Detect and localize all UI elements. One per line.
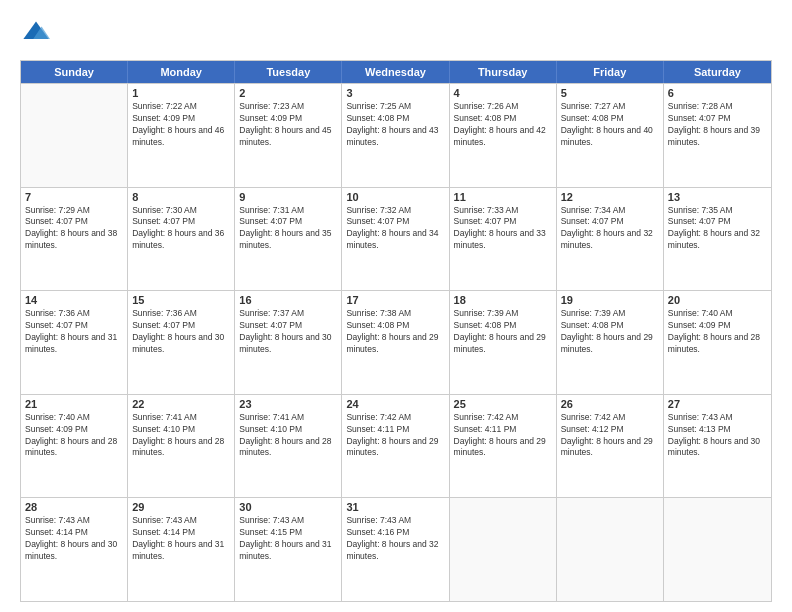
calendar-row-1: 1Sunrise: 7:22 AMSunset: 4:09 PMDaylight… [21,83,771,187]
calendar-cell: 18Sunrise: 7:39 AMSunset: 4:08 PMDayligh… [450,291,557,394]
cell-info: Sunrise: 7:22 AMSunset: 4:09 PMDaylight:… [132,101,230,149]
day-number: 26 [561,398,659,410]
logo [20,18,52,50]
day-number: 23 [239,398,337,410]
cell-info: Sunrise: 7:29 AMSunset: 4:07 PMDaylight:… [25,205,123,253]
col-monday: Monday [128,61,235,83]
day-number: 21 [25,398,123,410]
col-friday: Friday [557,61,664,83]
calendar-cell: 8Sunrise: 7:30 AMSunset: 4:07 PMDaylight… [128,188,235,291]
cell-info: Sunrise: 7:40 AMSunset: 4:09 PMDaylight:… [25,412,123,460]
day-number: 7 [25,191,123,203]
day-number: 15 [132,294,230,306]
cell-info: Sunrise: 7:36 AMSunset: 4:07 PMDaylight:… [25,308,123,356]
day-number: 10 [346,191,444,203]
calendar-cell [664,498,771,601]
calendar-cell: 6Sunrise: 7:28 AMSunset: 4:07 PMDaylight… [664,84,771,187]
calendar-row-2: 7Sunrise: 7:29 AMSunset: 4:07 PMDaylight… [21,187,771,291]
calendar-cell: 25Sunrise: 7:42 AMSunset: 4:11 PMDayligh… [450,395,557,498]
calendar-row-3: 14Sunrise: 7:36 AMSunset: 4:07 PMDayligh… [21,290,771,394]
calendar-cell: 15Sunrise: 7:36 AMSunset: 4:07 PMDayligh… [128,291,235,394]
calendar-cell: 12Sunrise: 7:34 AMSunset: 4:07 PMDayligh… [557,188,664,291]
cell-info: Sunrise: 7:43 AMSunset: 4:16 PMDaylight:… [346,515,444,563]
calendar-row-4: 21Sunrise: 7:40 AMSunset: 4:09 PMDayligh… [21,394,771,498]
day-number: 11 [454,191,552,203]
calendar-body: 1Sunrise: 7:22 AMSunset: 4:09 PMDaylight… [21,83,771,601]
cell-info: Sunrise: 7:41 AMSunset: 4:10 PMDaylight:… [239,412,337,460]
calendar-cell: 3Sunrise: 7:25 AMSunset: 4:08 PMDaylight… [342,84,449,187]
calendar-cell: 29Sunrise: 7:43 AMSunset: 4:14 PMDayligh… [128,498,235,601]
day-number: 30 [239,501,337,513]
col-saturday: Saturday [664,61,771,83]
page: Sunday Monday Tuesday Wednesday Thursday… [0,0,792,612]
day-number: 14 [25,294,123,306]
cell-info: Sunrise: 7:23 AMSunset: 4:09 PMDaylight:… [239,101,337,149]
day-number: 31 [346,501,444,513]
calendar-cell: 9Sunrise: 7:31 AMSunset: 4:07 PMDaylight… [235,188,342,291]
cell-info: Sunrise: 7:41 AMSunset: 4:10 PMDaylight:… [132,412,230,460]
day-number: 20 [668,294,767,306]
cell-info: Sunrise: 7:34 AMSunset: 4:07 PMDaylight:… [561,205,659,253]
calendar-cell: 10Sunrise: 7:32 AMSunset: 4:07 PMDayligh… [342,188,449,291]
day-number: 22 [132,398,230,410]
calendar-cell: 11Sunrise: 7:33 AMSunset: 4:07 PMDayligh… [450,188,557,291]
calendar-cell: 13Sunrise: 7:35 AMSunset: 4:07 PMDayligh… [664,188,771,291]
calendar-cell: 31Sunrise: 7:43 AMSunset: 4:16 PMDayligh… [342,498,449,601]
calendar-cell [450,498,557,601]
cell-info: Sunrise: 7:26 AMSunset: 4:08 PMDaylight:… [454,101,552,149]
day-number: 28 [25,501,123,513]
calendar-cell: 22Sunrise: 7:41 AMSunset: 4:10 PMDayligh… [128,395,235,498]
day-number: 25 [454,398,552,410]
day-number: 4 [454,87,552,99]
cell-info: Sunrise: 7:33 AMSunset: 4:07 PMDaylight:… [454,205,552,253]
calendar-cell: 23Sunrise: 7:41 AMSunset: 4:10 PMDayligh… [235,395,342,498]
calendar-cell: 19Sunrise: 7:39 AMSunset: 4:08 PMDayligh… [557,291,664,394]
header [20,18,772,50]
calendar-cell: 7Sunrise: 7:29 AMSunset: 4:07 PMDaylight… [21,188,128,291]
col-wednesday: Wednesday [342,61,449,83]
calendar: Sunday Monday Tuesday Wednesday Thursday… [20,60,772,602]
day-number: 8 [132,191,230,203]
cell-info: Sunrise: 7:27 AMSunset: 4:08 PMDaylight:… [561,101,659,149]
calendar-cell: 1Sunrise: 7:22 AMSunset: 4:09 PMDaylight… [128,84,235,187]
calendar-cell: 21Sunrise: 7:40 AMSunset: 4:09 PMDayligh… [21,395,128,498]
cell-info: Sunrise: 7:37 AMSunset: 4:07 PMDaylight:… [239,308,337,356]
cell-info: Sunrise: 7:42 AMSunset: 4:12 PMDaylight:… [561,412,659,460]
cell-info: Sunrise: 7:43 AMSunset: 4:14 PMDaylight:… [132,515,230,563]
calendar-cell: 26Sunrise: 7:42 AMSunset: 4:12 PMDayligh… [557,395,664,498]
day-number: 19 [561,294,659,306]
cell-info: Sunrise: 7:43 AMSunset: 4:14 PMDaylight:… [25,515,123,563]
day-number: 29 [132,501,230,513]
calendar-cell: 5Sunrise: 7:27 AMSunset: 4:08 PMDaylight… [557,84,664,187]
day-number: 18 [454,294,552,306]
calendar-cell [557,498,664,601]
calendar-cell: 2Sunrise: 7:23 AMSunset: 4:09 PMDaylight… [235,84,342,187]
cell-info: Sunrise: 7:30 AMSunset: 4:07 PMDaylight:… [132,205,230,253]
calendar-cell: 4Sunrise: 7:26 AMSunset: 4:08 PMDaylight… [450,84,557,187]
cell-info: Sunrise: 7:39 AMSunset: 4:08 PMDaylight:… [454,308,552,356]
day-number: 13 [668,191,767,203]
day-number: 2 [239,87,337,99]
col-tuesday: Tuesday [235,61,342,83]
cell-info: Sunrise: 7:43 AMSunset: 4:15 PMDaylight:… [239,515,337,563]
calendar-cell [21,84,128,187]
calendar-cell: 24Sunrise: 7:42 AMSunset: 4:11 PMDayligh… [342,395,449,498]
cell-info: Sunrise: 7:42 AMSunset: 4:11 PMDaylight:… [346,412,444,460]
calendar-cell: 16Sunrise: 7:37 AMSunset: 4:07 PMDayligh… [235,291,342,394]
cell-info: Sunrise: 7:38 AMSunset: 4:08 PMDaylight:… [346,308,444,356]
day-number: 5 [561,87,659,99]
cell-info: Sunrise: 7:36 AMSunset: 4:07 PMDaylight:… [132,308,230,356]
day-number: 12 [561,191,659,203]
cell-info: Sunrise: 7:43 AMSunset: 4:13 PMDaylight:… [668,412,767,460]
cell-info: Sunrise: 7:35 AMSunset: 4:07 PMDaylight:… [668,205,767,253]
col-sunday: Sunday [21,61,128,83]
day-number: 17 [346,294,444,306]
calendar-cell: 17Sunrise: 7:38 AMSunset: 4:08 PMDayligh… [342,291,449,394]
day-number: 3 [346,87,444,99]
calendar-header: Sunday Monday Tuesday Wednesday Thursday… [21,61,771,83]
calendar-cell: 28Sunrise: 7:43 AMSunset: 4:14 PMDayligh… [21,498,128,601]
calendar-row-5: 28Sunrise: 7:43 AMSunset: 4:14 PMDayligh… [21,497,771,601]
cell-info: Sunrise: 7:31 AMSunset: 4:07 PMDaylight:… [239,205,337,253]
cell-info: Sunrise: 7:39 AMSunset: 4:08 PMDaylight:… [561,308,659,356]
cell-info: Sunrise: 7:32 AMSunset: 4:07 PMDaylight:… [346,205,444,253]
